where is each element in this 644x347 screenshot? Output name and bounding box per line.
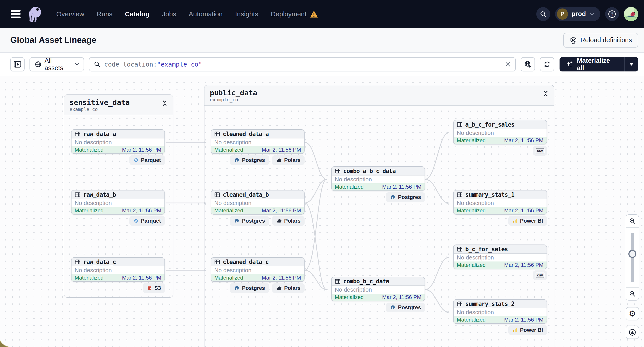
asset-name: b_c_for_sales	[465, 246, 508, 253]
environment-initial-badge: P	[557, 8, 568, 20]
asset-description: No description	[72, 199, 164, 207]
table-icon	[214, 259, 220, 265]
kind-tag-postgres[interactable]: Postgres	[386, 192, 425, 202]
asset-name: combo_a_b_c_data	[343, 168, 396, 174]
kind-tag-postgres[interactable]: Postgres	[230, 155, 269, 165]
clear-search-button[interactable]	[505, 61, 511, 67]
nav-item-deployment[interactable]: Deployment	[271, 10, 306, 18]
powerbi-icon	[512, 218, 518, 224]
help-button[interactable]: ?	[605, 7, 619, 21]
dagster-logo	[26, 5, 44, 23]
nav-item-jobs[interactable]: Jobs	[162, 10, 176, 18]
kind-tag-parquet[interactable]: Parquet	[130, 216, 165, 226]
kind-tag-parquet[interactable]: Parquet	[130, 155, 165, 165]
powerbi-icon	[512, 327, 518, 333]
toggle-sidebar-button[interactable]	[10, 57, 24, 71]
nav-item-automation[interactable]: Automation	[188, 10, 222, 18]
materialization-timestamp: Mar 2, 11:56 PM	[504, 262, 544, 268]
materialization-timestamp: Mar 2, 11:56 PM	[122, 207, 161, 214]
asset-node-raw-data-b[interactable]: raw_data_b No description MaterializedMa…	[71, 190, 165, 215]
status-badge: Materialized	[75, 275, 104, 281]
csv-icon: csv	[536, 273, 544, 278]
graph-settings-button[interactable]: ⚙	[626, 307, 639, 321]
open-panel-icon	[14, 61, 21, 68]
collapse-group-button[interactable]	[162, 98, 168, 112]
group-code-location: example_co	[210, 97, 257, 102]
zoom-slider-thumb[interactable]	[628, 250, 636, 258]
asset-node-cleaned-data-a[interactable]: cleaned_data_a No description Materializ…	[211, 129, 304, 154]
primary-nav: Overview Runs Catalog Jobs Automation In…	[56, 10, 318, 18]
zoom-out-button[interactable]	[626, 288, 639, 300]
kind-tag-s3[interactable]: S3	[143, 283, 165, 293]
asset-node-summary-stats-2[interactable]: summary_stats_2 No description Materiali…	[453, 299, 547, 324]
kind-tag-polars[interactable]: Polars	[272, 283, 304, 293]
zoom-in-icon	[629, 218, 636, 224]
reload-definitions-button[interactable]: Reload definitions	[563, 33, 638, 47]
tag-label: Parquet	[141, 157, 161, 163]
asset-name: raw_data_b	[83, 191, 116, 198]
asset-node-raw-data-a[interactable]: raw_data_a No description MaterializedMa…	[71, 129, 165, 154]
status-badge: Materialized	[457, 262, 486, 268]
nav-item-runs[interactable]: Runs	[97, 10, 112, 18]
asset-node-cleaned-data-c[interactable]: cleaned_data_c No description Materializ…	[211, 257, 304, 282]
table-icon	[457, 246, 462, 252]
close-icon	[505, 61, 511, 67]
table-icon	[214, 192, 220, 198]
kind-tag-powerbi[interactable]: Power BI	[508, 216, 547, 226]
kind-tag-postgres[interactable]: Postgres	[230, 283, 269, 293]
deployment-warning-icon	[310, 10, 318, 18]
asset-node-a-b-c-for-sales[interactable]: a_b_c_for_sales No description Materiali…	[453, 120, 547, 144]
environment-switcher[interactable]: P prod	[555, 7, 600, 21]
asset-search-input[interactable]: code_location:"example_co"	[89, 57, 516, 71]
collapse-group-button[interactable]	[543, 89, 548, 102]
asset-node-combo-a-b-c-data[interactable]: combo_a_b_c_data No description Material…	[331, 166, 425, 191]
global-search-button[interactable]	[536, 7, 550, 21]
refresh-graph-button[interactable]	[540, 57, 554, 71]
kind-tag-csv[interactable]: csv	[533, 146, 547, 156]
download-icon	[628, 329, 636, 336]
asset-node-summary-stats-1[interactable]: summary_stats_1 No description Materiali…	[453, 190, 547, 215]
zoom-control-group	[626, 214, 639, 301]
asset-name: summary_stats_1	[465, 191, 514, 198]
asset-description: No description	[332, 286, 424, 294]
kind-tag-powerbi[interactable]: Power BI	[508, 325, 547, 335]
kind-tag-csv[interactable]: csv	[533, 270, 547, 280]
nav-item-insights[interactable]: Insights	[235, 10, 258, 18]
postgres-icon	[234, 218, 240, 224]
polars-bear-icon	[276, 285, 282, 291]
materialize-options-dropdown[interactable]	[624, 57, 638, 71]
kind-tag-polars[interactable]: Polars	[272, 216, 304, 226]
table-icon	[335, 168, 340, 174]
postgres-icon	[390, 194, 396, 200]
materialization-timestamp: Mar 2, 11:56 PM	[504, 317, 544, 323]
user-avatar[interactable]	[624, 7, 638, 21]
kind-tag-polars[interactable]: Polars	[272, 155, 304, 165]
group-code-location: example_co	[70, 107, 130, 112]
nav-item-overview[interactable]: Overview	[56, 10, 84, 18]
table-icon	[75, 131, 80, 137]
materialize-all-button[interactable]: Materialize all	[560, 57, 638, 71]
materialization-timestamp: Mar 2, 11:56 PM	[504, 207, 544, 214]
asset-node-raw-data-c[interactable]: raw_data_c No description MaterializedMa…	[71, 257, 165, 282]
hamburger-menu-icon[interactable]	[11, 10, 20, 18]
globe-plus-icon	[524, 60, 532, 68]
download-image-button[interactable]	[626, 326, 639, 339]
zoom-slider[interactable]	[626, 228, 639, 287]
new-asset-filter-button[interactable]	[521, 57, 535, 71]
materialization-timestamp: Mar 2, 11:56 PM	[382, 294, 422, 300]
asset-node-combo-b-c-data[interactable]: combo_b_c_data No description Materializ…	[331, 277, 425, 301]
asset-node-b-c-for-sales[interactable]: b_c_for_sales No description Materialize…	[453, 245, 547, 269]
lineage-canvas[interactable]: sensitive_data example_co public_data ex…	[0, 76, 644, 347]
tag-label: Polars	[284, 285, 300, 291]
kind-tag-postgres[interactable]: Postgres	[230, 216, 269, 226]
kind-tag-postgres[interactable]: Postgres	[386, 303, 425, 312]
materialization-timestamp: Mar 2, 11:56 PM	[122, 275, 161, 281]
asset-description: No description	[211, 199, 304, 207]
asset-scope-dropdown[interactable]: All assets	[30, 57, 84, 71]
asset-name: combo_b_c_data	[343, 278, 389, 285]
nav-item-catalog[interactable]: Catalog	[125, 10, 150, 18]
asset-name: raw_data_c	[83, 259, 116, 265]
asset-node-cleaned-data-b[interactable]: cleaned_data_b No description Materializ…	[211, 190, 304, 215]
search-query-value: "example_co"	[157, 61, 202, 68]
zoom-in-button[interactable]	[626, 215, 639, 227]
